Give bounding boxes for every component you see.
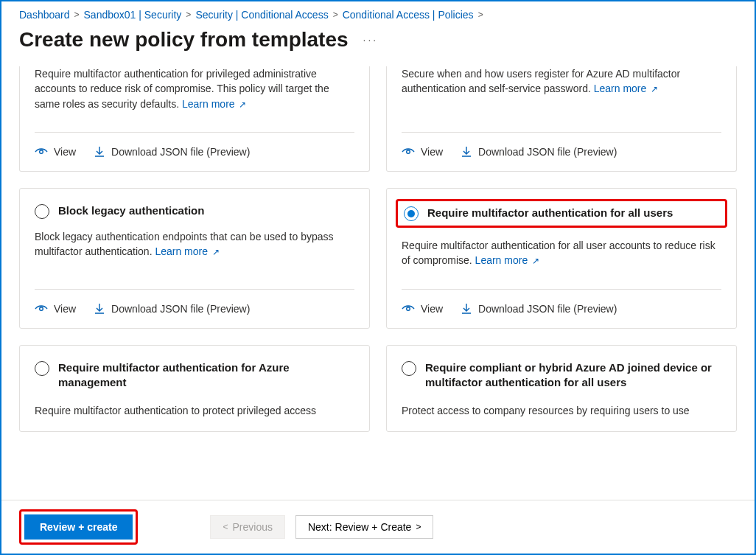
external-link-icon: ↗	[651, 84, 658, 94]
view-icon	[35, 304, 48, 314]
svg-point-3	[407, 307, 410, 310]
template-card[interactable]: Secure when and how users register for A…	[386, 66, 737, 172]
download-json-button[interactable]: Download JSON file (Preview)	[461, 303, 617, 315]
chevron-left-icon: <	[223, 522, 228, 532]
chevron-right-icon: >	[478, 10, 483, 20]
template-card-require-mfa-azure-mgmt[interactable]: Require multifactor authentication for A…	[19, 345, 370, 433]
more-icon[interactable]: ···	[363, 34, 379, 46]
view-button[interactable]: View	[402, 146, 443, 158]
next-button[interactable]: Next: Review + Create >	[295, 515, 433, 539]
learn-more-link[interactable]: Learn more ↗	[155, 245, 219, 257]
template-description: Require multifactor authentication for p…	[35, 66, 354, 111]
view-button[interactable]: View	[402, 303, 443, 315]
radio-block-legacy-auth[interactable]	[35, 204, 49, 219]
download-json-button[interactable]: Download JSON file (Preview)	[461, 146, 617, 158]
learn-more-link[interactable]: Learn more ↗	[594, 83, 658, 94]
template-description: Block legacy authentication endpoints th…	[35, 229, 354, 268]
view-button[interactable]: View	[35, 146, 76, 158]
breadcrumb-dashboard[interactable]: Dashboard	[19, 9, 70, 21]
previous-button: < Previous	[210, 515, 284, 539]
external-link-icon: ↗	[239, 100, 246, 110]
download-json-button[interactable]: Download JSON file (Preview)	[94, 303, 250, 315]
download-icon	[461, 146, 472, 158]
radio-require-compliant-device[interactable]	[402, 361, 416, 376]
template-description: Protect access to company resources by r…	[402, 403, 721, 418]
template-card-require-mfa-all-users[interactable]: Require multifactor authentication for a…	[386, 188, 737, 329]
primary-highlight: Review + create	[19, 509, 138, 545]
svg-point-2	[40, 307, 43, 310]
breadcrumb-conditional-access[interactable]: Security | Conditional Access	[195, 9, 328, 21]
download-icon	[94, 303, 105, 315]
download-json-button[interactable]: Download JSON file (Preview)	[94, 146, 250, 158]
view-icon	[402, 147, 415, 157]
view-icon	[35, 147, 48, 157]
view-icon	[402, 304, 415, 314]
templates-scroll-area: Require multifactor authentication for p…	[1, 66, 755, 494]
external-link-icon: ↗	[212, 247, 220, 257]
selection-highlight: Require multifactor authentication for a…	[396, 199, 727, 228]
review-create-button[interactable]: Review + create	[24, 514, 133, 540]
page-title: Create new policy from templates	[19, 28, 349, 52]
external-link-icon: ↗	[532, 256, 539, 266]
template-card-require-compliant-device[interactable]: Require compliant or hybrid Azure AD joi…	[386, 345, 737, 433]
view-button[interactable]: View	[35, 303, 76, 315]
chevron-right-icon: >	[333, 10, 338, 20]
chevron-right-icon: >	[74, 10, 80, 20]
template-title: Require multifactor authentication for a…	[427, 206, 673, 220]
breadcrumb-sandbox-security[interactable]: Sandbox01 | Security	[84, 9, 182, 21]
download-icon	[461, 303, 472, 315]
breadcrumb: Dashboard > Sandbox01 | Security > Secur…	[1, 1, 755, 21]
chevron-right-icon: >	[186, 10, 191, 20]
svg-point-1	[407, 150, 410, 154]
template-description: Require multifactor authentication to pr…	[35, 403, 354, 418]
breadcrumb-policies[interactable]: Conditional Access | Policies	[343, 9, 474, 21]
download-icon	[94, 146, 105, 158]
template-card[interactable]: Require multifactor authentication for p…	[19, 66, 370, 172]
template-description: Secure when and how users register for A…	[402, 66, 721, 111]
template-title: Require compliant or hybrid Azure AD joi…	[425, 360, 721, 391]
learn-more-link[interactable]: Learn more ↗	[475, 254, 539, 266]
chevron-right-icon: >	[416, 522, 421, 532]
learn-more-link[interactable]: Learn more ↗	[182, 98, 246, 110]
radio-require-mfa-azure-mgmt[interactable]	[35, 361, 49, 376]
wizard-footer: Review + create < Previous Next: Review …	[1, 500, 755, 554]
template-title: Block legacy authentication	[58, 203, 204, 218]
svg-point-0	[40, 150, 43, 154]
template-description: Require multifactor authentication for a…	[402, 238, 721, 268]
template-card-block-legacy-auth[interactable]: Block legacy authentication Block legacy…	[19, 188, 370, 329]
template-title: Require multifactor authentication for A…	[58, 360, 354, 391]
radio-require-mfa-all-users[interactable]	[404, 206, 419, 221]
